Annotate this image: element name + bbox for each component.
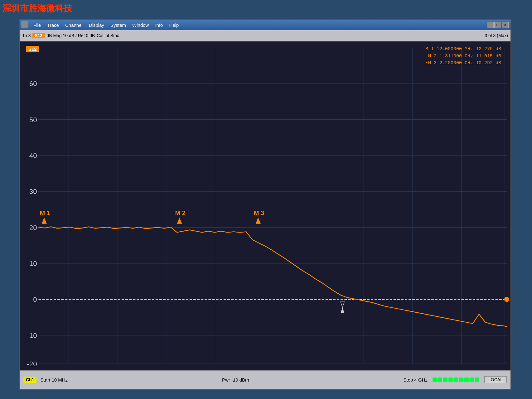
chart-s12-badge: S12 [26,46,39,52]
menu-system[interactable]: System [108,22,128,28]
svg-text:M 3: M 3 [254,209,264,216]
svg-text:M 1: M 1 [40,209,51,216]
svg-text:20: 20 [29,224,37,232]
svg-text:50: 50 [29,116,37,124]
marker-info-box: M 1 12.000000 MHz 12.275 dB M 2 1.311000… [425,46,501,67]
menu-channel[interactable]: Channel [63,22,85,28]
svg-text:30: 30 [29,188,37,195]
title-bar: File Trace Channel Display System Window… [20,20,510,30]
chart-svg: 60 50 40 30 20 10 0 -10 -20 M 1 M 2 [20,41,510,370]
svg-text:60: 60 [29,80,37,88]
page-info: 3 of 3 (Max) [485,33,508,38]
menu-display[interactable]: Display [86,22,107,28]
svg-text:-20: -20 [27,360,37,368]
svg-text:M 2: M 2 [175,209,186,216]
cal-status: Cal int Smo [97,33,119,38]
stop-freq: Stop 4 GHz [404,377,428,382]
watermark-text: 深圳市胜海微科技 [2,2,72,14]
svg-text:-10: -10 [27,332,37,339]
trc-label: Trc3 [22,33,31,38]
ch1-badge: Ch1 [23,377,36,383]
maximize-button[interactable]: □ [494,22,501,28]
led-indicators [433,377,479,382]
params-label: dB Mag 10 dB / Ref 0 dB [46,33,95,38]
marker-1-info: M 1 12.000000 MHz 12.275 dB [425,46,501,53]
led-9 [475,377,479,382]
led-7 [464,377,469,382]
menu-help[interactable]: Help [167,22,181,28]
menu-trace[interactable]: Trace [45,22,61,28]
status-right: Stop 4 GHz LOCAL [404,376,507,383]
power-label: Pwr -10 dBm [68,377,404,382]
led-4 [448,377,453,382]
led-3 [443,377,447,382]
chart-container: S12 M 1 12.000000 MHz 12.275 dB M 2 1.31… [20,41,510,370]
minimize-button[interactable]: _ [487,22,494,28]
svg-point-35 [504,297,509,302]
toolbar: Trc3 S12 dB Mag 10 dB / Ref 0 dB Cal int… [20,30,510,41]
window-controls: _ □ × [487,22,509,28]
svg-text:40: 40 [29,152,37,160]
led-2 [438,377,442,382]
led-6 [459,377,463,382]
svg-text:10: 10 [29,260,37,267]
menu-info[interactable]: Info [152,22,165,28]
instrument-window: File Trace Channel Display System Window… [19,19,511,390]
local-badge: LOCAL [484,376,507,383]
status-bar: Ch1 Start 10 MHz Pwr -10 dBm Stop 4 GHz … [20,370,510,389]
close-button[interactable]: × [502,22,509,28]
marker-3-info: •M 3 2.200000 GHz 10.292 dB [425,60,501,67]
app-icon [22,22,28,28]
led-1 [433,377,437,382]
s12-badge: S12 [32,33,45,38]
menu-bar: File Trace Channel Display System Window… [31,22,487,28]
start-freq: Start 10 MHz [40,377,68,382]
led-8 [470,377,474,382]
marker-2-info: M 2 1.311000 GHz 11.015 dB [425,53,501,60]
menu-window[interactable]: Window [130,22,151,28]
led-5 [454,377,458,382]
svg-text:0: 0 [33,296,37,303]
menu-file[interactable]: File [31,22,43,28]
